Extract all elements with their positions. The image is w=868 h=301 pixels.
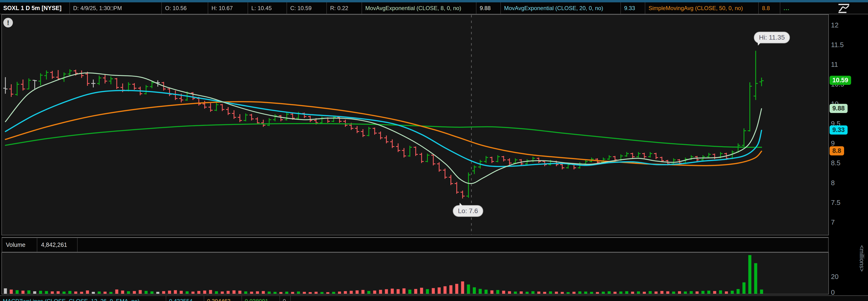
- trading-chart-window: { "window": { "top_strip_color": "#1d5c7…: [0, 0, 868, 301]
- volume-bar: [625, 291, 628, 294]
- volume-bar: [151, 291, 154, 294]
- volume-bar: [367, 291, 370, 294]
- volume-bar: [672, 292, 675, 294]
- volume-bar: [68, 291, 71, 294]
- volume-bar: [737, 289, 740, 294]
- volume-bar: [256, 291, 259, 294]
- volume-bar: [115, 290, 118, 294]
- volume-bar: [291, 292, 294, 294]
- volume-bar: [215, 291, 218, 294]
- volume-bar: [637, 291, 640, 294]
- volume-bar: [262, 291, 265, 294]
- price-axis-tick: 8.5: [831, 159, 840, 167]
- ema20-badge: 9.33: [830, 125, 847, 134]
- volume-bar: [327, 292, 330, 294]
- volume-bar: [133, 291, 136, 294]
- volume-bar: [502, 291, 505, 294]
- volume-bar: [139, 290, 142, 294]
- volume-bar: [174, 290, 177, 294]
- volume-bar: [731, 291, 734, 294]
- volume-bar: [110, 292, 113, 294]
- chart-canvas[interactable]: [0, 0, 868, 301]
- ema8-badge: 9.88: [830, 104, 847, 113]
- bottom-cell-macd-zero: 0: [280, 296, 291, 301]
- volume-bar: [643, 292, 646, 294]
- volume-bar: [426, 289, 429, 294]
- volume-bar: [385, 289, 388, 294]
- volume-bar: [444, 286, 447, 294]
- volume-bar: [221, 291, 224, 294]
- sma50-badge: 8.8: [830, 146, 844, 155]
- volume-bar: [22, 291, 25, 294]
- volume-bar: [192, 292, 195, 294]
- volume-bar: [408, 290, 411, 294]
- volume-bar: [414, 289, 417, 294]
- price-axis-tick: 7: [831, 218, 835, 226]
- volume-bar: [684, 291, 687, 294]
- volume-bar: [754, 263, 757, 294]
- volume-bar: [725, 291, 728, 294]
- volume-bar: [104, 292, 107, 294]
- volume-bar: [80, 292, 83, 294]
- volume-bar: [707, 291, 710, 294]
- volume-bar: [649, 291, 652, 294]
- volume-bar: [397, 289, 400, 294]
- volume-bar: [531, 291, 535, 294]
- volume-bar: [39, 291, 42, 294]
- volume-bar: [279, 292, 282, 294]
- bottom-cell-macd-diff: 0.038091: [242, 296, 280, 301]
- volume-bar: [713, 291, 716, 294]
- volume-bar: [285, 292, 288, 294]
- volume-bar: [579, 291, 582, 294]
- volume-bar: [33, 291, 36, 294]
- volume-bar: [590, 292, 593, 294]
- volume-bar: [227, 291, 230, 294]
- volume-header-spacer: [78, 238, 828, 252]
- volume-bar: [584, 292, 587, 294]
- volume-bar: [485, 290, 488, 294]
- volume-bar: [268, 292, 271, 294]
- volume-bar: [702, 291, 705, 294]
- volume-pane[interactable]: [2, 252, 829, 294]
- volume-bar: [274, 292, 277, 294]
- volume-bar: [438, 288, 441, 294]
- volume-label[interactable]: Volume: [2, 238, 37, 252]
- volume-bar: [4, 288, 7, 294]
- volume-bar: [232, 291, 236, 294]
- volume-bar: [450, 285, 453, 294]
- bottom-cell-macd-avg: 0.394463: [204, 296, 242, 301]
- chart-style-icon[interactable]: [836, 3, 851, 14]
- volume-bar: [362, 290, 365, 294]
- low-annotation-bubble: Lo: 7.6: [453, 205, 483, 217]
- volume-bar: [332, 292, 335, 294]
- volume-bar: [479, 289, 482, 294]
- volume-bar: [666, 291, 670, 294]
- volume-bar: [16, 290, 19, 294]
- volume-bar: [602, 292, 605, 294]
- price-axis-tick: 11.5: [831, 41, 844, 49]
- volume-bar: [461, 281, 464, 294]
- volume-bar: [98, 291, 101, 294]
- volume-bar: [696, 291, 699, 294]
- volume-bar: [51, 291, 54, 294]
- volume-bar: [508, 291, 511, 294]
- volume-bar: [186, 291, 189, 294]
- volume-value: 4,842,261: [37, 238, 78, 252]
- volume-bar: [596, 292, 599, 294]
- volume-bar: [320, 292, 323, 294]
- volume-bar: [561, 292, 564, 294]
- volume-bar: [239, 291, 242, 294]
- volume-bar: [57, 291, 60, 294]
- volume-bar: [209, 290, 212, 294]
- volume-bar: [572, 292, 576, 294]
- volume-bar: [549, 291, 552, 294]
- price-axis-tick: 7.5: [831, 199, 840, 207]
- volume-bar: [63, 292, 66, 294]
- alert-exclamation-icon[interactable]: !: [3, 18, 13, 27]
- volume-bar: [491, 291, 494, 294]
- volume-bar: [250, 292, 253, 294]
- bottom-cell-study-macd[interactable]: MACDTwoLines (CLOSE, CLOSE, 12, 26, 9, E…: [0, 296, 166, 301]
- volume-bar: [496, 290, 499, 294]
- volume-bar: [537, 292, 540, 294]
- price-axis-tick: 12: [831, 21, 838, 29]
